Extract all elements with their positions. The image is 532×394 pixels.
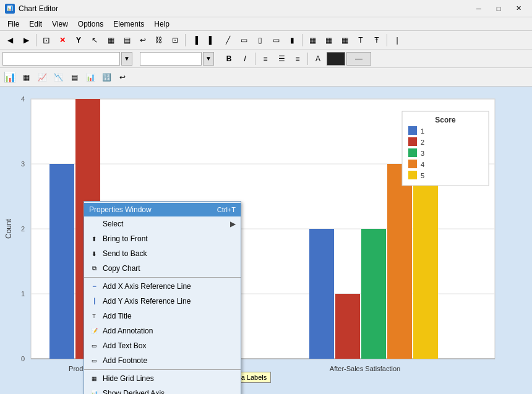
bar2-btn[interactable]: ▌ bbox=[204, 33, 219, 48]
svg-text:2: 2 bbox=[421, 139, 424, 146]
link-btn[interactable]: ⛓ bbox=[152, 33, 166, 48]
chart-type-3[interactable]: 📈 bbox=[35, 70, 49, 85]
font-family-arrow[interactable]: ▼ bbox=[121, 52, 132, 66]
ctx-add-footnote[interactable]: ▭ Add Footnote bbox=[84, 353, 241, 368]
close-button[interactable]: ✕ bbox=[510, 2, 527, 15]
ctx-add-y-axis[interactable]: ┃ Add Y Axis Reference Line bbox=[84, 294, 241, 309]
line-style-picker[interactable]: — bbox=[346, 52, 371, 66]
svg-rect-33 bbox=[408, 160, 417, 168]
ctx-add-title[interactable]: T Add Title bbox=[84, 309, 241, 323]
back-btn[interactable]: ◀ bbox=[2, 33, 17, 48]
delete-btn[interactable]: ✕ bbox=[55, 33, 70, 48]
ctx-add-annotation[interactable]: 📝 Add Annotation bbox=[84, 323, 241, 338]
font-size-dropdown[interactable] bbox=[140, 52, 202, 66]
chart-type-7[interactable]: 🔢 bbox=[99, 70, 114, 85]
frame4-btn[interactable]: ▮ bbox=[285, 33, 299, 48]
ctx-add-annotation-label: Add Annotation bbox=[103, 327, 153, 335]
ctx-bring-to-front[interactable]: ⬆ Bring to Front bbox=[84, 231, 241, 246]
svg-text:After-Sales Satisfaction: After-Sales Satisfaction bbox=[330, 365, 400, 372]
chart-type-2[interactable]: ▦ bbox=[19, 70, 33, 85]
add-footnote-icon: ▭ bbox=[89, 356, 99, 366]
maximize-button[interactable]: □ bbox=[490, 2, 507, 15]
grid2-btn[interactable]: ▤ bbox=[119, 33, 134, 48]
txt2-btn[interactable]: Ŧ bbox=[369, 33, 384, 48]
svg-rect-29 bbox=[408, 137, 417, 146]
svg-text:1: 1 bbox=[21, 290, 25, 298]
add-textbox-icon: ▭ bbox=[89, 341, 99, 351]
show-derived-icon: 📊 bbox=[89, 388, 99, 394]
ctx-add-textbox[interactable]: ▭ Add Text Box bbox=[84, 338, 241, 353]
toolbar-2: ▼ ▼ B I ≡ ☰ ≡ A — bbox=[0, 49, 532, 68]
forward-btn[interactable]: ▶ bbox=[19, 33, 33, 48]
italic-btn[interactable]: I bbox=[238, 51, 252, 66]
ctx-select[interactable]: Select ▶ bbox=[84, 216, 241, 231]
svg-text:2: 2 bbox=[21, 225, 25, 233]
ctx-add-x-axis-label: Add X Axis Reference Line bbox=[103, 282, 191, 291]
frame3-btn[interactable]: ▭ bbox=[268, 33, 283, 48]
menu-view[interactable]: View bbox=[47, 19, 73, 30]
ctx-show-derived[interactable]: 📊 Show Derived Axis bbox=[84, 386, 241, 394]
svg-text:3: 3 bbox=[421, 150, 424, 157]
ctx-hide-grid[interactable]: ▦ Hide Grid Lines bbox=[84, 371, 241, 386]
bring-to-front-icon: ⬆ bbox=[89, 234, 99, 244]
copy-chart-icon: ⧉ bbox=[89, 263, 99, 273]
color-picker[interactable] bbox=[327, 52, 345, 66]
font-family-dropdown[interactable] bbox=[2, 52, 120, 66]
bar1-btn[interactable]: ▐ bbox=[188, 33, 203, 48]
minimize-button[interactable]: ─ bbox=[470, 2, 487, 15]
svg-rect-14 bbox=[49, 164, 74, 359]
ctx-hide-grid-label: Hide Grid Lines bbox=[103, 374, 154, 383]
tbl3-btn[interactable]: ▦ bbox=[337, 33, 352, 48]
send-to-back-icon: ⬇ bbox=[89, 249, 99, 259]
grid1-btn[interactable]: ▦ bbox=[103, 33, 118, 48]
svg-rect-20 bbox=[387, 164, 412, 359]
select-btn[interactable]: ⊡ bbox=[39, 33, 54, 48]
extra-btn[interactable]: | bbox=[390, 33, 405, 48]
cursor-btn[interactable]: ↖ bbox=[87, 33, 102, 48]
refresh-btn[interactable]: ↩ bbox=[135, 33, 150, 48]
ctx-copy-chart[interactable]: ⧉ Copy Chart bbox=[84, 261, 241, 276]
menu-file[interactable]: File bbox=[2, 19, 24, 30]
svg-rect-18 bbox=[335, 294, 360, 359]
add-y-axis-icon: ┃ bbox=[89, 296, 99, 306]
chart-type-1[interactable]: 📊 bbox=[2, 70, 17, 85]
chart-type-5[interactable]: ▤ bbox=[67, 70, 82, 85]
txt-btn[interactable]: T bbox=[353, 33, 368, 48]
ctx-show-derived-label: Show Derived Axis bbox=[103, 389, 165, 394]
font-color-btn[interactable]: A bbox=[311, 51, 325, 66]
y-btn[interactable]: Y bbox=[71, 33, 86, 48]
menu-options[interactable]: Options bbox=[73, 19, 108, 30]
sep3 bbox=[302, 34, 302, 46]
menu-elements[interactable]: Elements bbox=[108, 19, 149, 30]
chart-area: 4 3 2 1 0 Count Product Satisfaction Aft… bbox=[0, 87, 532, 394]
submenu-arrow: ▶ bbox=[230, 220, 236, 228]
ctx-send-to-back-label: Send to Back bbox=[103, 249, 147, 258]
tbl1-btn[interactable]: ▦ bbox=[305, 33, 320, 48]
align-right-btn[interactable]: ≡ bbox=[290, 51, 305, 66]
menu-help[interactable]: Help bbox=[149, 19, 174, 30]
font-size-arrow[interactable]: ▼ bbox=[203, 52, 214, 66]
properties-window-label: Properties Window bbox=[89, 205, 152, 214]
title-bar: 📊 Chart Editor ─ □ ✕ bbox=[0, 0, 532, 17]
line-btn[interactable]: ╱ bbox=[220, 33, 235, 48]
bold-btn[interactable]: B bbox=[221, 51, 236, 66]
svg-text:3: 3 bbox=[21, 160, 25, 168]
align-left-btn[interactable]: ≡ bbox=[258, 51, 273, 66]
chart-type-6[interactable]: 📊 bbox=[83, 70, 98, 85]
ctx-add-textbox-label: Add Text Box bbox=[103, 341, 147, 350]
box-btn[interactable]: ⊡ bbox=[168, 33, 182, 48]
align-center-btn[interactable]: ☰ bbox=[274, 51, 289, 66]
context-menu: Properties Window Ctrl+T Select ▶ ⬆ Brin… bbox=[84, 201, 241, 394]
frame2-btn[interactable]: ▯ bbox=[252, 33, 267, 48]
chart-type-4[interactable]: 📉 bbox=[51, 70, 66, 85]
menu-edit[interactable]: Edit bbox=[24, 19, 47, 30]
chart-undo[interactable]: ↩ bbox=[115, 70, 130, 85]
ctx-bring-to-front-label: Bring to Front bbox=[103, 234, 148, 243]
context-menu-header[interactable]: Properties Window Ctrl+T bbox=[84, 203, 241, 216]
tbl2-btn[interactable]: ▦ bbox=[321, 33, 336, 48]
ctx-add-x-axis[interactable]: ━ Add X Axis Reference Line bbox=[84, 279, 241, 294]
svg-rect-17 bbox=[309, 229, 334, 359]
ctx-send-to-back[interactable]: ⬇ Send to Back bbox=[84, 246, 241, 261]
frame1-btn[interactable]: ▭ bbox=[236, 33, 251, 48]
chart-svg: 4 3 2 1 0 Count Product Satisfaction Aft… bbox=[0, 87, 532, 375]
